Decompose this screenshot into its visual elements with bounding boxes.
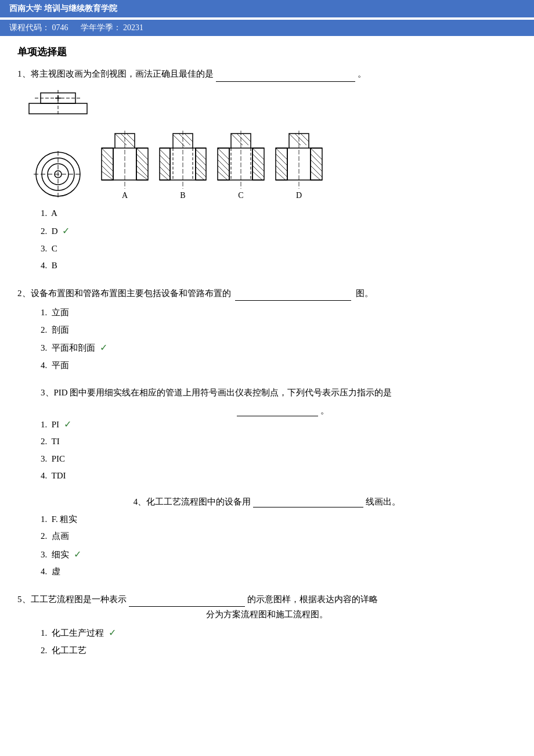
question-1: 1、将主视图改画为全剖视图，画法正确且最佳的是。	[17, 67, 517, 273]
question-3: 3、PID 图中要用细实线在相应的管道上用符号画出仪表控制点，下列代号表示压力指…	[17, 386, 517, 484]
q4-option-1: 1. F. 粗实	[41, 512, 517, 527]
q1-option-2: 2. D ✓	[41, 223, 517, 239]
q3-options: 1. PI ✓ 2. TI 3. PIC 4. TDI	[17, 416, 517, 484]
q5-option-1: 1. 化工生产过程 ✓	[41, 625, 517, 641]
question-2-text: 2、设备布置图和管路布置图主要包括设备和管路布置的 图。	[17, 286, 517, 301]
q1-option-a: A	[99, 131, 151, 200]
svg-line-21	[136, 160, 148, 171]
question-3-text: 3、PID 图中要用细实线在相应的管道上用符号画出仪表控制点，下列代号表示压力指…	[41, 386, 517, 401]
q1-label-b: B	[180, 191, 185, 200]
q4-check: ✓	[74, 549, 81, 559]
q1-suffix: 。	[358, 69, 366, 78]
q3-blank	[237, 406, 318, 416]
q1-diagram: A	[23, 90, 517, 200]
q1-number: 1	[17, 69, 22, 78]
svg-line-89	[311, 148, 322, 160]
q5-blank	[129, 596, 245, 607]
svg-line-96	[295, 134, 306, 145]
svg-line-22	[136, 165, 148, 177]
q4-suffix: 线画出。	[366, 497, 400, 506]
q1-options: 1. A 2. D ✓ 3. C 4. B	[17, 206, 517, 273]
q4-body: 4、化工工艺流程图中的设备用	[134, 497, 251, 506]
svg-line-15	[102, 160, 113, 171]
semester-label: 学年学季：	[81, 23, 121, 32]
question-5: 5、工工艺流程图是一种表示的示意图样，根据表达内容的详略 分为方案流程图和施工流…	[17, 592, 517, 658]
university-name: 西南大学 培训与继续教育学院	[9, 4, 117, 13]
q1-label-a: A	[122, 191, 128, 200]
q4-option-4: 4. 虚	[41, 564, 517, 579]
svg-line-36	[160, 155, 170, 165]
q2-option-4: 4. 平面	[41, 358, 517, 373]
q3-option-3: 3. PIC	[41, 452, 517, 467]
question-5-text-line1: 5、工工艺流程图是一种表示的示意图样，根据表达内容的详略	[17, 592, 517, 607]
question-3-blank-line: 。	[46, 405, 517, 416]
svg-line-66	[252, 154, 264, 165]
svg-line-83	[276, 148, 287, 160]
svg-line-26	[121, 134, 135, 147]
q1-option-b: B	[157, 131, 209, 200]
q2-body: 2、设备布置图和管路布置图主要包括设备和管路布置的	[17, 289, 233, 298]
q4-blank	[253, 497, 363, 507]
svg-line-42	[179, 134, 190, 145]
svg-line-93	[311, 171, 320, 180]
svg-line-20	[136, 154, 148, 165]
question-1-text: 1、将主视图改画为全剖视图，画法正确且最佳的是。	[17, 67, 517, 82]
q1-option-c: C	[215, 131, 267, 200]
q4-options: 1. F. 粗实 2. 点画 3. 细实 ✓ 4. 虚	[17, 512, 517, 579]
q2-blank	[235, 290, 351, 301]
svg-line-48	[196, 167, 206, 177]
question-4: 4、化工工艺流程图中的设备用线画出。 1. F. 粗实 2. 点画 3. 细实 …	[17, 496, 517, 579]
svg-line-47	[196, 161, 206, 171]
q2-option-2: 2. 剖面	[41, 323, 517, 338]
svg-line-84	[276, 154, 287, 165]
q5-body: 5、工工艺流程图是一种表示	[17, 595, 127, 604]
svg-line-13	[102, 148, 113, 160]
section-title: 单项选择题	[17, 45, 517, 59]
svg-line-87	[276, 171, 286, 180]
svg-line-67	[252, 160, 264, 171]
q2-option-1: 1. 立面	[41, 305, 517, 321]
q5-check: ✓	[109, 628, 116, 638]
q2-check: ✓	[100, 343, 107, 352]
svg-line-68	[252, 165, 264, 177]
svg-line-37	[160, 161, 170, 171]
q5-options: 1. 化工生产过程 ✓ 2. 化工工艺	[17, 625, 517, 658]
svg-line-39	[160, 172, 168, 180]
q1-label-d: D	[296, 191, 302, 200]
svg-line-61	[218, 160, 229, 171]
q3-check: ✓	[64, 419, 71, 429]
q3-option-4: 4. TDI	[41, 469, 517, 484]
svg-line-85	[276, 160, 287, 171]
q1-label-c: C	[238, 191, 243, 200]
q1-option-1: 1. A	[41, 206, 517, 221]
course-info-bar: 课程代码： 0746 学年学季： 20231	[0, 20, 534, 36]
svg-line-91	[311, 160, 322, 171]
svg-line-72	[237, 134, 248, 145]
question-2: 2、设备布置图和管路布置图主要包括设备和管路布置的 图。 1. 立面 2. 剖面…	[17, 286, 517, 373]
svg-line-14	[102, 154, 113, 165]
question-4-text: 4、化工工艺流程图中的设备用线画出。	[17, 496, 517, 507]
course-code-value: 0746	[52, 23, 68, 32]
q3-option-2: 2. TI	[41, 434, 517, 449]
svg-line-46	[196, 155, 206, 165]
svg-line-65	[252, 148, 264, 160]
q1-check: ✓	[62, 226, 70, 236]
svg-line-38	[160, 167, 170, 177]
svg-line-59	[218, 148, 229, 160]
q3-option-1: 1. PI ✓	[41, 416, 517, 433]
q4-option-2: 2. 点画	[41, 529, 517, 544]
svg-line-62	[218, 165, 229, 177]
q2-options: 1. 立面 2. 剖面 3. 平面和剖面 ✓ 4. 平面	[17, 305, 517, 373]
q1-original-view	[23, 90, 93, 200]
svg-line-49	[196, 172, 204, 180]
svg-line-69	[252, 171, 262, 180]
svg-line-45	[196, 149, 206, 160]
university-header: 西南大学 培训与继续教育学院	[0, 0, 534, 17]
q5-option-2: 2. 化工工艺	[41, 643, 517, 658]
q1-body: 、将主视图改画为全剖视图，画法正确且最佳的是	[22, 69, 214, 78]
semester-value: 20231	[123, 23, 143, 32]
svg-line-19	[136, 148, 148, 160]
q1-option-3: 3. C	[41, 242, 517, 257]
q4-option-3: 3. 细实 ✓	[41, 546, 517, 563]
q2-option-3: 3. 平面和剖面 ✓	[41, 340, 517, 356]
